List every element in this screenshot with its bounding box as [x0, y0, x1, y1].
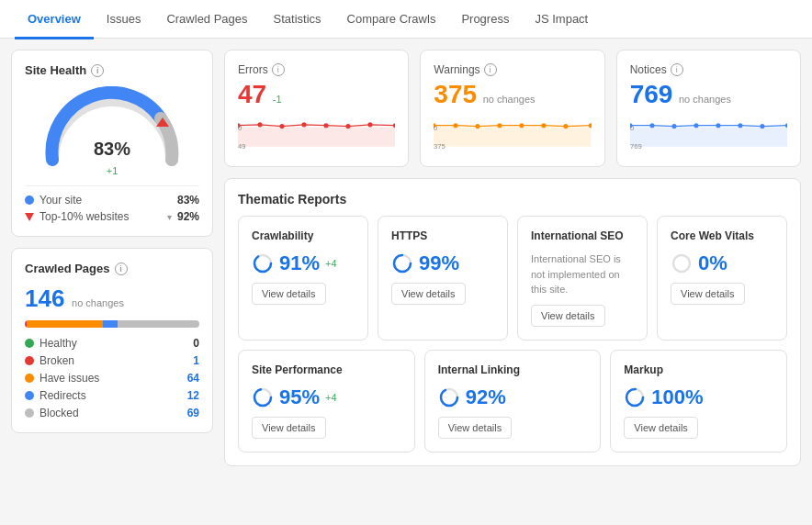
warnings-value: 375 [434, 80, 477, 108]
nav-overview[interactable]: Overview [15, 1, 94, 39]
svg-point-32 [760, 124, 764, 128]
https-name: HTTPS [391, 229, 494, 242]
international-seo-name: International SEO [531, 229, 634, 242]
blocked-dot [25, 408, 34, 418]
crawled-pages-info-icon[interactable]: i [115, 262, 128, 275]
nav-js-impact[interactable]: JS Impact [522, 1, 601, 39]
errors-info-icon[interactable]: i [272, 63, 285, 76]
errors-change: -1 [273, 94, 282, 105]
site-performance-view-details[interactable]: View details [252, 417, 326, 439]
report-internal-linking: Internal Linking 92% View details [424, 350, 602, 452]
internal-linking-pct-row: 92% [438, 385, 588, 409]
chevron-icon[interactable]: ▾ [167, 212, 172, 222]
bar-redirects [103, 320, 117, 328]
report-core-web-vitals: Core Web Vitals 0% View details [657, 216, 787, 341]
svg-text:769: 769 [630, 142, 642, 151]
status-list: Healthy 0 Broken 1 Have issues 64 Redire… [25, 337, 199, 419]
svg-point-31 [738, 123, 742, 128]
core-web-vitals-view-details[interactable]: View details [671, 283, 745, 305]
nav-progress[interactable]: Progress [448, 1, 522, 39]
errors-label: Errors i [238, 63, 395, 76]
top10-label: Top-10% websites [39, 210, 162, 223]
https-view-details[interactable]: View details [391, 283, 466, 305]
internal-linking-pct: 92% [466, 385, 506, 409]
nav-issues[interactable]: Issues [94, 1, 154, 39]
navigation: Overview Issues Crawled Pages Statistics… [0, 0, 812, 39]
broken-count: 1 [193, 354, 199, 367]
your-site-dot [25, 195, 34, 205]
report-markup: Markup 100% View details [610, 350, 787, 452]
svg-rect-25 [630, 127, 787, 146]
markup-name: Markup [624, 363, 773, 376]
svg-text:0: 0 [434, 124, 437, 132]
site-performance-circle-icon [252, 386, 274, 408]
site-health-info-icon[interactable]: i [91, 64, 104, 77]
internal-linking-circle-icon [438, 386, 460, 408]
healthy-dot [25, 339, 34, 348]
markup-view-details[interactable]: View details [624, 417, 698, 439]
issues-count: 64 [187, 372, 199, 385]
status-have-issues: Have issues 64 [25, 372, 199, 385]
nav-crawled-pages[interactable]: Crawled Pages [153, 1, 260, 39]
markup-pct-row: 100% [624, 385, 773, 409]
healthy-count: 0 [193, 337, 199, 350]
internal-linking-name: Internal Linking [438, 363, 588, 376]
site-health-legend: Your site 83% Top-10% websites ▾ 92% [25, 194, 199, 223]
svg-point-8 [323, 123, 328, 128]
site-performance-pct-row: 95% +4 [252, 385, 401, 409]
nav-statistics[interactable]: Statistics [261, 1, 334, 39]
redirects-count: 12 [187, 389, 199, 402]
svg-text:83%: 83% [94, 139, 130, 159]
svg-point-19 [520, 123, 524, 128]
reports-bottom-row: Site Performance 95% +4 View details Int… [238, 350, 787, 452]
warnings-value-row: 375 no changes [434, 80, 591, 109]
crawlability-pct-row: 91% +4 [252, 251, 355, 275]
notices-chart: 769 0 [630, 117, 787, 153]
broken-dot [25, 356, 34, 365]
svg-point-9 [345, 124, 350, 128]
crawled-bar [25, 320, 199, 328]
crawlability-view-details[interactable]: View details [252, 283, 326, 305]
healthy-label: Healthy [39, 337, 187, 350]
report-https: HTTPS 99% View details [378, 216, 508, 341]
crawled-count: 146 [25, 285, 64, 312]
warnings-change: no changes [483, 94, 536, 105]
svg-text:49: 49 [238, 142, 246, 151]
errors-value-row: 47 -1 [238, 80, 395, 109]
markup-pct: 100% [651, 385, 703, 409]
internal-linking-view-details[interactable]: View details [438, 417, 513, 439]
core-web-vitals-circle-icon [671, 252, 693, 274]
svg-point-16 [454, 123, 458, 128]
core-web-vitals-name: Core Web Vitals [671, 229, 773, 242]
svg-point-5 [257, 122, 262, 127]
https-pct-row: 99% [391, 251, 494, 275]
status-redirects: Redirects 12 [25, 389, 199, 402]
svg-text:0: 0 [630, 124, 634, 132]
notices-card: Notices i 769 no changes [616, 50, 801, 167]
report-international-seo: International SEO International SEO is n… [517, 216, 648, 341]
right-column: Errors i 47 -1 [224, 50, 801, 466]
errors-chart: 49 0 [238, 117, 395, 153]
svg-point-7 [301, 122, 306, 127]
errors-value: 47 [238, 80, 266, 108]
warnings-info-icon[interactable]: i [484, 63, 497, 76]
svg-point-18 [498, 123, 502, 128]
https-circle-icon [391, 252, 413, 274]
crawlability-change: +4 [325, 258, 337, 269]
notices-value-row: 769 no changes [630, 80, 787, 109]
main-content: Site Health i 83% +1 [0, 39, 812, 477]
crawlability-name: Crawlability [252, 229, 355, 242]
core-web-vitals-pct-row: 0% [671, 251, 773, 275]
status-broken: Broken 1 [25, 354, 199, 367]
status-blocked: Blocked 69 [25, 407, 199, 419]
blocked-count: 69 [187, 407, 199, 419]
metrics-row: Errors i 47 -1 [224, 50, 801, 167]
international-seo-desc: International SEO is not implemented on … [531, 251, 634, 297]
notices-info-icon[interactable]: i [671, 63, 683, 76]
svg-point-29 [694, 123, 698, 128]
nav-compare-crawls[interactable]: Compare Crawls [334, 1, 449, 39]
gauge-change: +1 [107, 165, 118, 176]
top10-triangle [25, 213, 34, 221]
warnings-label: Warnings i [434, 63, 591, 76]
international-seo-view-details[interactable]: View details [531, 305, 605, 327]
